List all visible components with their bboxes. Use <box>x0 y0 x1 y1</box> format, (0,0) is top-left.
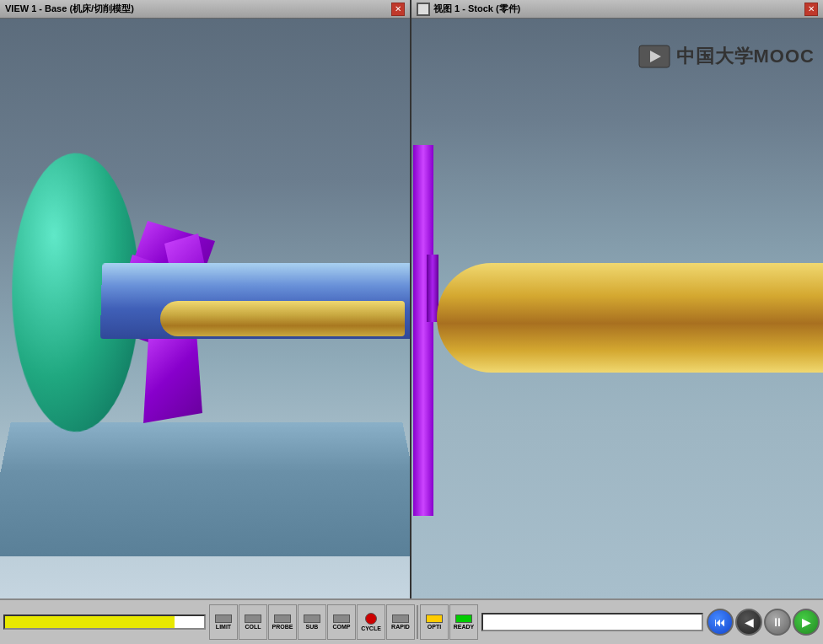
comp-label: COMP <box>333 624 351 630</box>
ready-indicator <box>455 614 472 623</box>
bottom-toolbar: LIMIT COLL PROBE SUB COMP CYCLE RAPID <box>0 598 823 644</box>
right-titlebar: 视图 1 - Stock (零件) ✕ <box>412 0 823 19</box>
sub-indicator <box>304 614 320 623</box>
floor-surface <box>0 422 412 556</box>
probe-label: PROBE <box>272 624 293 630</box>
status-display <box>481 613 703 631</box>
ready-button[interactable]: READY <box>449 604 478 640</box>
coll-label: COLL <box>245 624 261 630</box>
left-close-button[interactable]: ✕ <box>391 3 405 16</box>
left-scene <box>0 19 412 598</box>
status-buttons: OPTI READY <box>420 604 478 640</box>
rapid-label: RAPID <box>391 624 410 630</box>
nav-play-icon: ▶ <box>802 615 811 629</box>
toolbar-separator <box>417 605 418 639</box>
mooc-text: 中国大学MOOC <box>676 44 815 69</box>
coll-indicator <box>245 614 261 623</box>
limit-button[interactable]: LIMIT <box>209 604 238 640</box>
nav-pause-icon: ⏸ <box>772 615 783 629</box>
viewports-container: VIEW 1 - Base (机床/切削模型) ✕ 视图 1 - Stock <box>0 0 823 598</box>
sub-label: SUB <box>306 624 319 630</box>
limit-label: LIMIT <box>216 624 231 630</box>
coll-button[interactable]: COLL <box>239 604 267 640</box>
opti-label: OPTI <box>428 624 441 630</box>
rapid-button[interactable]: RAPID <box>386 604 415 640</box>
mooc-logo: 中国大学MOOC <box>637 44 815 69</box>
nav-buttons: ⏮ ◀ ⏸ ▶ <box>707 609 820 636</box>
nav-prev-start-icon: ⏮ <box>714 615 726 629</box>
cycle-indicator <box>365 613 377 625</box>
viewport-left: VIEW 1 - Base (机床/切削模型) ✕ <box>0 0 412 598</box>
left-titlebar: VIEW 1 - Base (机床/切削模型) ✕ <box>0 0 410 19</box>
nav-prev-button[interactable]: ◀ <box>735 609 762 636</box>
nav-pause-button[interactable]: ⏸ <box>764 609 791 636</box>
nav-prev-start-button[interactable]: ⏮ <box>707 609 734 636</box>
comp-button[interactable]: COMP <box>327 604 356 640</box>
sub-button[interactable]: SUB <box>298 604 326 640</box>
probe-indicator <box>274 614 291 623</box>
toolbar-buttons: LIMIT COLL PROBE SUB COMP CYCLE RAPID <box>209 604 415 640</box>
probe-button[interactable]: PROBE <box>268 604 297 640</box>
gold-rod <box>160 301 405 336</box>
gold-cylinder <box>437 263 823 373</box>
left-viewport-title: VIEW 1 - Base (机床/切削模型) <box>5 3 134 15</box>
nav-prev-icon: ◀ <box>745 615 754 629</box>
right-scene: 中国大学MOOC <box>412 19 823 598</box>
mooc-icon <box>637 44 671 69</box>
nav-play-button[interactable]: ▶ <box>793 609 820 636</box>
viewport-right: 视图 1 - Stock (零件) ✕ 中国大学MOOC <box>412 0 823 598</box>
rapid-indicator <box>392 614 409 623</box>
right-close-button[interactable]: ✕ <box>804 3 818 16</box>
progress-bar-fill <box>5 616 175 628</box>
ready-label: READY <box>454 624 475 630</box>
cycle-label: CYCLE <box>361 625 381 631</box>
opti-indicator <box>426 614 443 623</box>
comp-indicator <box>333 614 350 623</box>
viewport-checkbox[interactable] <box>417 3 430 16</box>
purple-vertical-bar <box>413 145 433 516</box>
progress-bar-container <box>3 614 206 630</box>
right-viewport-title: 视图 1 - Stock (零件) <box>433 3 520 15</box>
cycle-button[interactable]: CYCLE <box>357 604 385 640</box>
opti-button[interactable]: OPTI <box>420 604 449 640</box>
limit-indicator <box>215 614 232 623</box>
